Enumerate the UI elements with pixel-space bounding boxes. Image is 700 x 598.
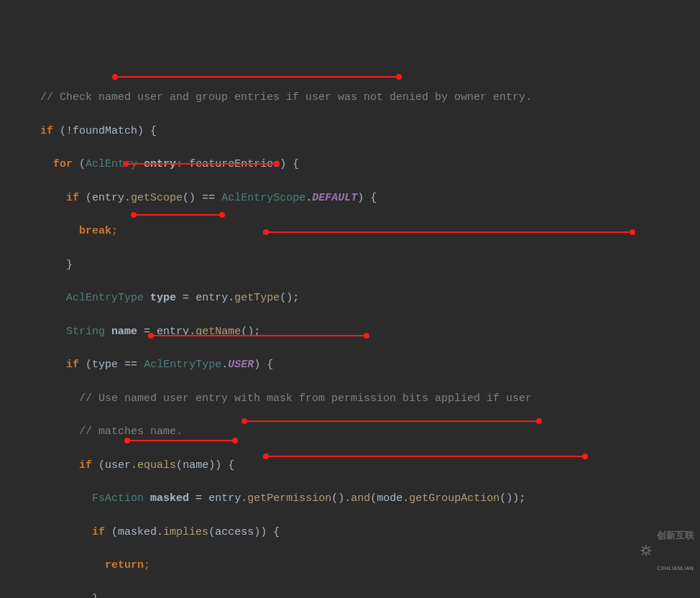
annotation-underline: [126, 163, 277, 165]
code-line: return;: [14, 557, 700, 574]
annotation-underline: [266, 456, 585, 457]
watermark-text: 创新互联 CXHLIANLIAN: [657, 506, 694, 595]
code-line: if (type == AclEntryType.USER) {: [14, 356, 700, 373]
annotation-underline: [115, 76, 399, 78]
svg-point-0: [643, 548, 648, 553]
code-line: AclEntryType type = entry.getType();: [14, 290, 700, 306]
annotation-underline: [127, 440, 235, 441]
code-line: // Check named user and group entries if…: [14, 89, 700, 106]
code-line: if (entry.getScope() == AclEntryScope.DE…: [14, 190, 700, 206]
logo-icon: [638, 543, 654, 558]
annotation-underline: [266, 231, 632, 233]
watermark: 创新互联 CXHLIANLIAN: [638, 506, 694, 595]
annotation-underline: [151, 335, 367, 336]
code-line: // matches name.: [14, 423, 700, 440]
code-line: String name = entry.getName();: [14, 323, 700, 340]
code-line: // Use named user entry with mask from p…: [14, 390, 700, 407]
code-line: FsAction masked = entry.getPermission().…: [14, 490, 700, 507]
code-line: }: [14, 257, 700, 273]
comment: // Check named user and group entries if…: [40, 91, 532, 104]
code-line: if (masked.implies(access)) {: [14, 524, 700, 540]
code-line: }: [14, 591, 700, 598]
annotation-underline: [244, 420, 539, 422]
annotation-underline: [134, 214, 222, 216]
code-line: if (!foundMatch) {: [14, 123, 700, 139]
code-line: for (AclEntry entry: featureEntries) {: [14, 156, 700, 172]
code-line: if (user.equals(name)) {: [14, 457, 700, 474]
